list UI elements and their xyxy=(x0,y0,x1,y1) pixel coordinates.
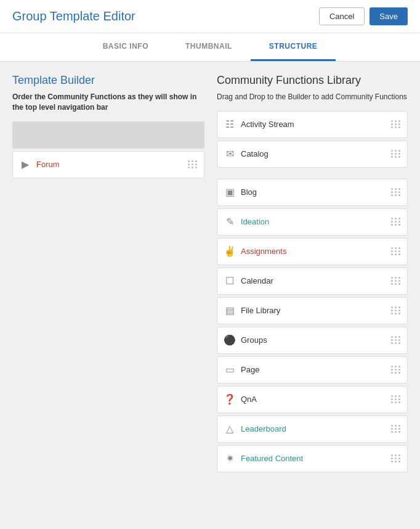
tag-icon: ✉ xyxy=(224,148,236,160)
qna-icon: ❓ xyxy=(224,393,236,405)
tab-thumbnail[interactable]: THUMBNAIL xyxy=(167,33,251,61)
builder-item-forum-label: Forum xyxy=(36,160,183,169)
library-gap xyxy=(217,170,408,179)
library-item-leaderboard[interactable]: △ Leaderboard xyxy=(217,416,408,443)
page-title: Group Template Editor xyxy=(12,9,135,23)
library-item-file-library[interactable]: ▤ File Library xyxy=(217,297,408,324)
groups-icon: ⚫ xyxy=(224,334,236,346)
tab-basic-info[interactable]: BASIC INFO xyxy=(84,33,167,61)
library-item-featured-content[interactable]: ✷ Featured Content xyxy=(217,445,408,472)
library-item-blog[interactable]: ▣ Blog xyxy=(217,179,408,206)
drag-handle-groups[interactable] xyxy=(391,336,401,344)
library-item-calendar-label: Calendar xyxy=(241,276,386,285)
library-item-ideation[interactable]: ✎ Ideation xyxy=(217,208,408,236)
drag-handle-activity-stream[interactable] xyxy=(391,120,401,128)
header-actions: Cancel Save xyxy=(319,7,408,25)
library-item-calendar[interactable]: ☐ Calendar xyxy=(217,268,408,295)
library-item-assignments[interactable]: ✌ Assignments xyxy=(217,238,408,265)
drag-handle-assignments[interactable] xyxy=(391,247,401,255)
library-item-assignments-label: Assignments xyxy=(241,247,386,256)
calendar-icon: ☐ xyxy=(224,275,236,287)
file-icon: ▤ xyxy=(224,305,236,316)
library-item-qna[interactable]: ❓ QnA xyxy=(217,386,408,413)
builder-drop-zone[interactable] xyxy=(12,121,204,149)
library-item-ideation-label: Ideation xyxy=(241,217,386,226)
library-item-catalog[interactable]: ✉ Catalog xyxy=(217,141,408,168)
save-button[interactable]: Save xyxy=(370,7,408,25)
drag-handle-page[interactable] xyxy=(391,366,401,374)
library-item-file-library-label: File Library xyxy=(241,306,386,315)
drag-handle-calendar[interactable] xyxy=(391,277,401,285)
library-item-catalog-label: Catalog xyxy=(241,149,386,158)
page-icon: ▭ xyxy=(224,364,236,375)
drag-handle-forum[interactable] xyxy=(188,160,198,168)
featured-icon: ✷ xyxy=(224,453,236,464)
library-item-qna-label: QnA xyxy=(241,395,386,404)
library-item-activity-stream[interactable]: ☷ Activity Stream xyxy=(217,111,408,138)
library-item-activity-stream-label: Activity Stream xyxy=(241,120,386,129)
drag-handle-blog[interactable] xyxy=(391,188,401,196)
template-builder: Template Builder Order the Community Fun… xyxy=(12,74,204,475)
ideation-icon: ✎ xyxy=(224,216,236,228)
drag-handle-qna[interactable] xyxy=(391,395,401,403)
drag-handle-file-library[interactable] xyxy=(391,306,401,314)
tab-structure[interactable]: STRUCTURE xyxy=(251,33,336,61)
library-item-leaderboard-label: Leaderboard xyxy=(241,424,386,433)
template-builder-title: Template Builder xyxy=(12,74,204,87)
library-item-featured-content-label: Featured Content xyxy=(241,454,386,463)
blog-icon: ▣ xyxy=(224,186,236,198)
tabs-bar: BASIC INFO THUMBNAIL STRUCTURE xyxy=(0,33,420,62)
main-content: Template Builder Order the Community Fun… xyxy=(0,62,420,487)
drag-handle-catalog[interactable] xyxy=(391,150,401,158)
list-icon: ☷ xyxy=(224,118,236,130)
library-item-page-label: Page xyxy=(241,365,386,374)
library-item-blog-label: Blog xyxy=(241,187,386,197)
builder-item-forum[interactable]: ▶ Forum xyxy=(12,151,204,178)
assignments-icon: ✌ xyxy=(224,245,236,257)
library-desc: Drag and Drop to the Builder to add Comm… xyxy=(217,92,408,102)
library-item-groups-label: Groups xyxy=(241,335,386,345)
functions-library: Community Functions Library Drag and Dro… xyxy=(217,74,408,475)
library-title: Community Functions Library xyxy=(217,74,408,87)
template-builder-desc: Order the Community Functions as they wi… xyxy=(12,92,204,113)
drag-handle-ideation[interactable] xyxy=(391,218,401,226)
forum-icon: ▶ xyxy=(19,158,31,170)
cancel-button[interactable]: Cancel xyxy=(319,7,365,25)
library-item-page[interactable]: ▭ Page xyxy=(217,356,408,383)
drag-handle-leaderboard[interactable] xyxy=(391,425,401,433)
leaderboard-icon: △ xyxy=(224,423,236,435)
library-item-groups[interactable]: ⚫ Groups xyxy=(217,327,408,354)
header: Group Template Editor Cancel Save xyxy=(0,0,420,33)
drag-handle-featured-content[interactable] xyxy=(391,454,401,462)
